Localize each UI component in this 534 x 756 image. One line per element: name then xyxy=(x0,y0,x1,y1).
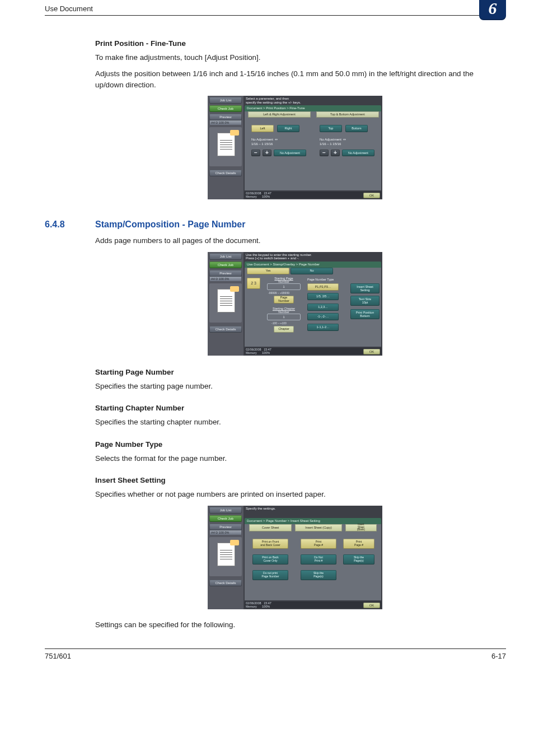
footer-right: 6-17 xyxy=(491,652,506,660)
section-lead: Adds page numbers to all pages of the do… xyxy=(95,235,495,246)
job-list-tab[interactable]: Job List xyxy=(209,507,242,514)
bottom-button[interactable]: Bottom xyxy=(345,125,368,132)
preview-size-label: A4 D 100.0% xyxy=(210,277,241,281)
section-title: Stamp/Composition - Page Number xyxy=(95,220,245,230)
fine-tune-p1: To make fine adjustments, touch [Adjust … xyxy=(95,52,495,63)
body-scn: Specifies the starting chapter number. xyxy=(95,417,495,427)
check-job-button[interactable]: Check Job xyxy=(209,515,242,522)
section-number: 6.4.8 xyxy=(45,220,95,230)
starting-page-value: 1 xyxy=(267,283,301,290)
footer-rule xyxy=(45,648,506,649)
insert-sheet-setting-button[interactable]: Insert Sheet Setting xyxy=(350,283,380,293)
lr-minus-button[interactable]: − xyxy=(251,150,260,156)
check-job-button[interactable]: Check Job xyxy=(209,262,242,268)
insert-sheet-blank-header: Insert Sheet (Blank) xyxy=(345,524,377,531)
tb-plus-button[interactable]: + xyxy=(331,150,340,156)
starting-chapter-range: -100 – +100 xyxy=(271,321,287,325)
check-job-button[interactable]: Check Job xyxy=(209,105,242,112)
pnt-option-3[interactable]: 1,2,3… xyxy=(307,304,339,311)
page-header-left: Use Document xyxy=(45,4,93,13)
starting-chapter-label: Starting Chapter Number xyxy=(267,307,301,314)
preview-button[interactable]: Preview xyxy=(209,524,242,530)
breadcrumb: Use Document > Stamp/Overlay > Page Numb… xyxy=(245,262,381,268)
chapter-button[interactable]: Chapter xyxy=(274,326,294,333)
lr-range-label: 1/16 – 1 15/16 xyxy=(251,142,273,146)
preview-thumbnail xyxy=(217,133,235,156)
preview-thumbnail xyxy=(217,543,235,566)
page-number-button[interactable]: Page Number xyxy=(274,296,294,304)
status-bar: 02/06/2008 15:47 Memory 100% xyxy=(245,192,381,198)
instruction-text: Select a parameter, and then specify the… xyxy=(246,97,381,105)
check-details-button[interactable]: Check Details xyxy=(209,580,242,586)
starting-chapter-value: 1 xyxy=(267,314,301,320)
screenshot-insert-sheet: Job List Check Job Preview A4 D 100.0% C… xyxy=(95,506,495,609)
pnt-option-1[interactable]: P1,P2,P3… xyxy=(307,283,339,291)
breadcrumb: Document > Print Position > Fine-Tune xyxy=(245,105,381,111)
body-pnt: Selects the format for the page number. xyxy=(95,453,495,464)
right-button[interactable]: Right xyxy=(277,125,299,132)
cover-sheet-header: Cover Sheet xyxy=(249,524,292,531)
cover-print-back-button[interactable]: Print on Back Cover Only xyxy=(252,554,288,564)
insert-sheet-copy-header: Insert Sheet (Copy) xyxy=(295,524,342,531)
preview-button[interactable]: Preview xyxy=(209,270,242,277)
body-iss: Specifies whether or not page numbers ar… xyxy=(95,489,495,500)
left-button[interactable]: Left xyxy=(251,125,274,132)
keypad-icon: 2 3 xyxy=(247,278,260,289)
status-bar: 02/06/2008 15:47 Memory 100% xyxy=(245,601,381,608)
heading-pnt: Page Number Type xyxy=(95,440,495,449)
tb-arrows-icon: ⇔ xyxy=(343,138,346,141)
lr-plus-button[interactable]: + xyxy=(263,150,271,156)
lr-arrows-icon: ⇔ xyxy=(275,138,278,141)
chapter-badge: 6 xyxy=(479,0,506,20)
ok-button[interactable]: OK xyxy=(363,349,380,354)
check-details-button[interactable]: Check Details xyxy=(209,170,242,176)
heading-spn: Starting Page Number xyxy=(95,368,495,376)
blank-print-button[interactable]: Print Page # xyxy=(343,539,374,549)
job-list-tab[interactable]: Job List xyxy=(209,97,242,104)
starting-page-label: Starting Page Number xyxy=(267,277,301,283)
fine-tune-p2: Adjusts the position between 1/16 inch a… xyxy=(95,68,495,90)
preview-size-label: A4 D 100.0% xyxy=(210,120,241,125)
check-details-button[interactable]: Check Details xyxy=(209,326,242,333)
pnt-option-5[interactable]: 1-1,1-2… xyxy=(307,324,339,331)
instruction-text: Use the keypad to enter the starting num… xyxy=(246,253,381,261)
tb-no-adjustment-button[interactable]: No Adjustment xyxy=(342,150,374,156)
tb-minus-button[interactable]: − xyxy=(320,150,329,156)
footer-left: 751/601 xyxy=(45,652,71,660)
print-position-button[interactable]: Print Position Bottom xyxy=(350,309,380,319)
left-right-header: Left & Right Adjustment xyxy=(248,111,311,118)
job-list-tab[interactable]: Job List xyxy=(209,253,242,260)
ok-button[interactable]: OK xyxy=(363,603,380,608)
preview-button[interactable]: Preview xyxy=(209,114,242,120)
heading-fine-tune: Print Position - Fine-Tune xyxy=(95,39,495,48)
lr-no-adjustment-label: No Adjustment ⇔ xyxy=(251,137,278,141)
lr-no-adjustment-button[interactable]: No Adjustment xyxy=(274,150,306,156)
preview-size-label: A4 D 100.0% xyxy=(210,530,241,535)
top-bottom-header: Top & Bottom Adjustment xyxy=(316,111,379,118)
tb-no-adjustment-label: No Adjustment ⇔ xyxy=(320,137,346,141)
text-size-button[interactable]: Text Size 10pt xyxy=(350,296,380,306)
instruction-text: Specify the settings. xyxy=(246,507,381,515)
blank-skip-button[interactable]: Skip the Page(s) xyxy=(343,554,374,564)
starting-page-range: -99999 – +99999 xyxy=(268,291,289,295)
cover-no-print-button[interactable]: Do not print Page Number xyxy=(252,570,288,580)
status-bar: 02/06/2008 15:47 Memory 100% xyxy=(245,348,381,354)
heading-iss: Insert Sheet Setting xyxy=(95,476,495,484)
ok-button[interactable]: OK xyxy=(363,193,380,198)
screenshot-page-number: Job List Check Job Preview A4 D 100.0% C… xyxy=(95,252,495,356)
screenshot-fine-tune: Job List Check Job Preview A4 D 100.0% C… xyxy=(95,96,495,199)
pnt-option-4[interactable]: -1-,-2-… xyxy=(307,313,339,320)
copy-skip-button[interactable]: Skip the Page(s) xyxy=(301,570,336,580)
top-button[interactable]: Top xyxy=(320,125,342,132)
cover-print-both-button[interactable]: Print on Front and Back Cover xyxy=(252,539,288,549)
trailing-paragraph: Settings can be specified for the follow… xyxy=(95,619,495,630)
heading-scn: Starting Chapter Number xyxy=(95,404,495,412)
body-spn: Specifies the starting page number. xyxy=(95,381,495,391)
page-number-type-label: Page Number Type xyxy=(307,278,334,281)
preview-thumbnail xyxy=(217,289,235,312)
pnt-option-2[interactable]: 1/5, 2/5… xyxy=(307,293,339,300)
copy-no-print-button[interactable]: Do Not Print # xyxy=(301,554,336,564)
copy-print-button[interactable]: Print Page # xyxy=(301,539,336,549)
no-tab[interactable]: No xyxy=(291,268,333,274)
yes-tab[interactable]: Yes xyxy=(247,268,289,274)
